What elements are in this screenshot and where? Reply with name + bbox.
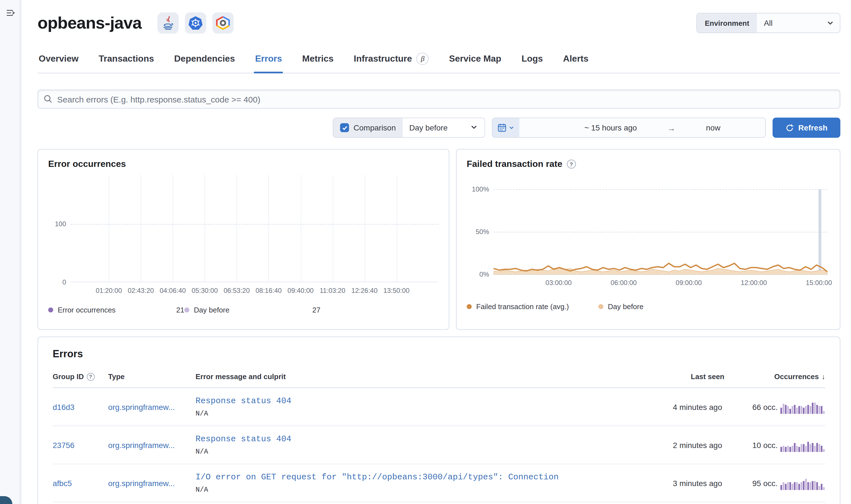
help-icon[interactable]: ? xyxy=(87,373,94,380)
errors-table-panel: Errors Group ID ? Type Error message and… xyxy=(37,337,840,504)
occurrences-cell: 10 occ. xyxy=(724,438,825,452)
group-id-link[interactable]: afbc5 xyxy=(53,479,108,487)
spark-bar xyxy=(785,447,786,452)
error-culprit: N/A xyxy=(196,486,635,493)
error-type-link[interactable]: org.springframew... xyxy=(108,440,196,449)
spark-bar xyxy=(798,447,800,452)
x-tick-label: 01:20:00 xyxy=(96,287,122,294)
tab-errors[interactable]: Errors xyxy=(254,48,283,73)
spark-bar xyxy=(803,444,804,452)
legend-item-day-before[interactable]: Day before27 xyxy=(184,306,320,314)
error-message-link[interactable]: Response status 404 xyxy=(196,434,635,444)
spark-bar xyxy=(792,484,793,490)
spark-bar xyxy=(796,408,798,414)
errors-table-title: Errors xyxy=(53,348,825,360)
legend-item-day-before[interactable]: Day before xyxy=(598,302,730,311)
x-tick-label: 06:00:00 xyxy=(611,279,637,287)
y-tick-label: 0% xyxy=(479,270,489,278)
tab-label: Overview xyxy=(39,54,78,64)
search-input[interactable] xyxy=(57,94,834,104)
error-occurrences-x-axis: 01:20:0002:43:2004:06:4005:30:0006:53:20… xyxy=(71,287,439,297)
tab-metrics[interactable]: Metrics xyxy=(301,48,335,73)
calendar-menu-button[interactable] xyxy=(493,118,519,137)
table-row: d16d3org.springframew...Response status … xyxy=(53,388,825,426)
spark-bar xyxy=(790,447,791,452)
page-title: opbeans-java xyxy=(37,14,141,33)
tab-label: Dependencies xyxy=(174,54,235,64)
spark-bar xyxy=(790,483,791,490)
comparison-group: Comparison Day before xyxy=(333,118,485,138)
y-tick-label: 100% xyxy=(472,185,489,193)
help-icon[interactable]: ? xyxy=(567,160,575,168)
spark-bar xyxy=(821,446,822,452)
spark-bar xyxy=(787,446,789,452)
chevron-down-icon xyxy=(470,123,478,132)
occurrences-count: 10 occ. xyxy=(752,440,778,449)
error-type-link[interactable]: org.springframew... xyxy=(108,402,196,411)
tab-bar: OverviewTransactionsDependenciesErrorsMe… xyxy=(37,48,840,73)
legend-dot xyxy=(598,304,603,309)
comparison-checkbox[interactable] xyxy=(340,123,349,132)
y-tick-label: 0 xyxy=(63,278,66,286)
spark-bar xyxy=(816,483,818,490)
spark-bar xyxy=(805,479,807,490)
tab-dependencies[interactable]: Dependencies xyxy=(173,48,236,73)
comparison-select[interactable]: Day before xyxy=(403,118,484,137)
spark-bar xyxy=(796,446,798,452)
error-type-link[interactable]: org.springframew... xyxy=(108,479,196,487)
spark-bar xyxy=(787,483,789,490)
tab-infrastructure[interactable]: Infrastructureβ xyxy=(353,48,430,73)
tab-label: Metrics xyxy=(302,54,334,64)
beta-badge: β xyxy=(416,53,429,65)
error-message-link[interactable]: I/O error on GET request for "http://opb… xyxy=(196,472,635,482)
environment-label: Environment xyxy=(697,14,757,33)
spark-bar xyxy=(821,406,822,414)
time-range-start[interactable]: ~ 15 hours ago xyxy=(584,123,637,132)
calendar-icon xyxy=(497,123,507,132)
group-id-link[interactable]: 23756 xyxy=(53,440,108,449)
legend-label: Error occurrences xyxy=(58,306,172,314)
tab-service-map[interactable]: Service Map xyxy=(448,48,502,73)
occurrences-cell: 66 occ. xyxy=(724,400,825,414)
bar-series xyxy=(71,175,439,282)
arrow-right-icon: → xyxy=(667,123,676,132)
spark-bar xyxy=(812,481,814,490)
spark-bar xyxy=(780,485,782,490)
column-last-seen[interactable]: Last seen xyxy=(640,373,724,381)
tab-logs[interactable]: Logs xyxy=(520,48,544,73)
time-range-end[interactable]: now xyxy=(706,123,720,132)
y-tick-label: 100 xyxy=(55,220,66,228)
legend-item-failed-transaction-rate-avg[interactable]: Failed transaction rate (avg.) xyxy=(467,302,598,311)
x-tick-label: 11:03:20 xyxy=(320,287,345,294)
column-group-id: Group ID ? xyxy=(53,373,108,381)
tab-label: Errors xyxy=(255,54,282,64)
legend-dot xyxy=(48,307,53,312)
group-id-link[interactable]: d16d3 xyxy=(53,402,108,411)
expand-menu-button[interactable] xyxy=(4,7,17,19)
spark-bar xyxy=(807,405,809,414)
tab-transactions[interactable]: Transactions xyxy=(97,48,155,73)
spark-bar xyxy=(803,408,804,414)
spark-bar xyxy=(794,443,796,452)
spark-bar xyxy=(816,405,818,414)
environment-select[interactable]: Environment All xyxy=(696,13,840,33)
x-tick-label: 02:43:20 xyxy=(128,287,154,294)
last-seen: 2 minutes ago xyxy=(640,440,724,449)
failed-transaction-rate-legend: Failed transaction rate (avg.)Day before xyxy=(467,302,830,311)
comparison-label: Comparison xyxy=(354,123,396,132)
tab-alerts[interactable]: Alerts xyxy=(562,48,590,73)
error-message-link[interactable]: Response status 404 xyxy=(196,396,635,406)
column-occurrences[interactable]: Occurrences ↓ xyxy=(724,373,825,381)
x-tick-label: 13:50:00 xyxy=(383,287,409,294)
spark-bar xyxy=(783,404,784,414)
legend-value: 27 xyxy=(312,306,320,314)
spark-bar xyxy=(798,406,800,414)
occurrences-cell: 95 occ. xyxy=(724,476,825,490)
gcp-icon xyxy=(212,12,233,34)
tab-overview[interactable]: Overview xyxy=(37,48,79,73)
refresh-button[interactable]: Refresh xyxy=(773,118,840,138)
spark-bar xyxy=(823,449,825,452)
legend-item-error-occurrences[interactable]: Error occurrences21 xyxy=(48,306,184,314)
kubernetes-icon xyxy=(184,12,206,34)
errors-table-header: Group ID ? Type Error message and culpri… xyxy=(53,373,825,388)
